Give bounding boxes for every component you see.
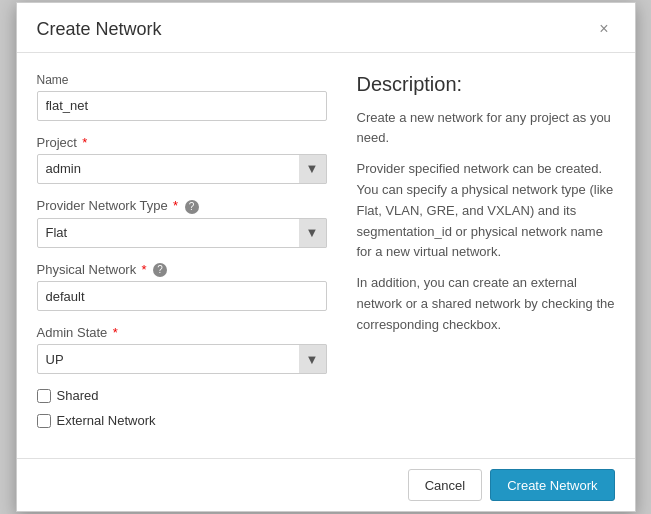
dialog-header: Create Network × [17,3,635,53]
admin-state-label: Admin State * [37,325,327,340]
physical-network-label: Physical Network * ? [37,262,327,278]
project-label: Project * [37,135,327,150]
provider-network-type-group: Provider Network Type * ? Flat VLAN GRE … [37,198,327,248]
admin-state-select[interactable]: UP DOWN [37,344,327,374]
description-title: Description: [357,73,615,96]
description-column: Description: Create a new network for an… [347,73,615,439]
required-star-3: * [142,262,147,277]
dialog-title: Create Network [37,19,162,40]
project-select-wrapper: admin ▼ [37,154,327,184]
external-network-label[interactable]: External Network [57,413,156,428]
description-para-2: Provider specified network can be create… [357,159,615,263]
physical-network-group: Physical Network * ? [37,262,327,312]
shared-checkbox[interactable] [37,389,51,403]
required-star-4: * [113,325,118,340]
external-network-checkbox[interactable] [37,414,51,428]
name-label: Name [37,73,327,87]
provider-network-type-select-wrapper: Flat VLAN GRE VXLAN ▼ [37,218,327,248]
description-para-3: In addition, you can create an external … [357,273,615,335]
admin-state-group: Admin State * UP DOWN ▼ [37,325,327,374]
dialog-footer: Cancel Create Network [17,458,635,511]
shared-label[interactable]: Shared [57,388,99,403]
provider-network-type-help-icon[interactable]: ? [185,200,199,214]
close-button[interactable]: × [593,19,614,39]
admin-state-select-wrapper: UP DOWN ▼ [37,344,327,374]
provider-network-type-select[interactable]: Flat VLAN GRE VXLAN [37,218,327,248]
description-para-1: Create a new network for any project as … [357,108,615,150]
name-group: Name [37,73,327,121]
physical-network-input[interactable] [37,281,327,311]
physical-network-help-icon[interactable]: ? [153,263,167,277]
name-input[interactable] [37,91,327,121]
project-select[interactable]: admin [37,154,327,184]
create-network-button[interactable]: Create Network [490,469,614,501]
project-group: Project * admin ▼ [37,135,327,184]
external-network-checkbox-group: External Network [37,413,327,428]
cancel-button[interactable]: Cancel [408,469,482,501]
required-star-2: * [173,198,178,213]
create-network-dialog: Create Network × Name Project * admin [16,2,636,513]
form-column: Name Project * admin ▼ [37,73,327,439]
shared-checkbox-group: Shared [37,388,327,403]
dialog-body: Name Project * admin ▼ [17,53,635,459]
provider-network-type-label: Provider Network Type * ? [37,198,327,214]
required-star: * [82,135,87,150]
